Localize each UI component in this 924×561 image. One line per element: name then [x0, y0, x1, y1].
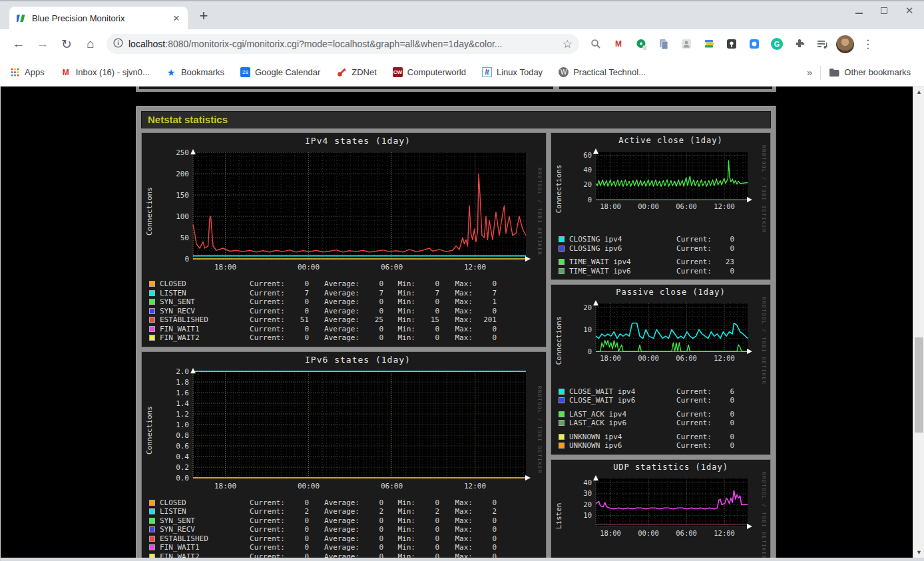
stat-label: Current:	[242, 307, 285, 316]
bookmark-bookmarks[interactable]: ★ Bookmarks	[166, 67, 224, 78]
grammarly-extension-icon[interactable]: G	[768, 35, 786, 53]
maximize-icon[interactable]	[880, 7, 888, 15]
minimize-icon[interactable]	[855, 7, 863, 15]
close-icon[interactable]: ✕	[905, 7, 913, 15]
legend-row: LISTENCurrent:2Average:2Min:2Max:2	[149, 507, 543, 516]
scroll-down-icon[interactable]: ▼	[913, 547, 924, 558]
bookmarks-bar: Apps M Inbox (16) - sjvn0... ★ Bookmarks…	[0, 59, 924, 87]
legend-row: FIN_WAIT2Current:0Average:0Min:0Max:0	[149, 552, 543, 558]
stat-value: 0	[359, 552, 383, 558]
svg-text:0.0: 0.0	[176, 473, 189, 482]
stat-label: Max:	[439, 507, 473, 516]
stat-label: Average:	[309, 525, 359, 534]
stat-label: Current:	[669, 258, 712, 267]
svg-text:12:00: 12:00	[714, 354, 735, 362]
stat-value: 7	[359, 289, 383, 298]
svg-text:20: 20	[583, 303, 592, 311]
page-info-icon[interactable]	[113, 38, 123, 51]
bookmark-computerworld[interactable]: CW Computerworld	[393, 67, 466, 77]
bookmark-apps[interactable]: Apps	[9, 67, 45, 78]
voice-extension-icon[interactable]	[632, 35, 650, 53]
reload-icon[interactable]: ↻	[56, 33, 77, 55]
svg-text:0: 0	[588, 196, 592, 204]
chart-active-close[interactable]: Active close (1day)Connections020406018:…	[551, 132, 771, 280]
stat-value: 0	[359, 516, 383, 526]
svg-text:60: 60	[583, 151, 592, 159]
pocket-extension-icon[interactable]	[723, 35, 740, 53]
copy-pages-extension-icon[interactable]	[655, 35, 672, 53]
browser-menu-icon[interactable]: ⋮	[859, 37, 876, 51]
stat-label: Max:	[439, 315, 473, 325]
bookmark-star-icon[interactable]: ☆	[563, 37, 573, 51]
legend-swatch	[149, 544, 155, 550]
browser-tab[interactable]: Blue Precision Monitorix ✕	[9, 7, 188, 29]
svg-text:30: 30	[583, 489, 592, 497]
back-icon[interactable]: ←	[8, 33, 29, 55]
stat-value: 0	[415, 325, 439, 334]
extensions-row: M G	[587, 35, 876, 53]
svg-text:12:00: 12:00	[464, 263, 486, 272]
bookmark-inbox[interactable]: M Inbox (16) - sjvn0...	[61, 67, 150, 78]
legend-label: SYN_SENT	[160, 297, 242, 307]
gmail-extension-icon[interactable]: M	[610, 35, 627, 53]
legend-swatch	[559, 268, 565, 274]
y-axis-label: Listen	[555, 472, 565, 558]
browser-toolbar: ← → ↻ ⌂ localhost:8080/monitorix-cgi/mon…	[0, 29, 924, 59]
stat-value: 0	[712, 267, 734, 276]
stat-label: Max:	[439, 307, 473, 316]
svg-text:18:00: 18:00	[600, 202, 621, 210]
stat-value: 0	[473, 516, 497, 526]
stat-value: 7	[285, 289, 309, 298]
bookmark-zdnet[interactable]: ZDNet	[336, 67, 377, 78]
legend-swatch	[559, 246, 565, 252]
playlist-extension-icon[interactable]	[813, 35, 831, 53]
stat-label: Average:	[309, 315, 359, 325]
stat-value: 0	[712, 433, 734, 442]
stat-value: 0	[415, 516, 439, 526]
svg-text:12:00: 12:00	[464, 482, 486, 490]
bookmarks-overflow-icon[interactable]: »	[807, 67, 812, 78]
stat-label: Average:	[309, 498, 359, 508]
tab-close-icon[interactable]: ✕	[170, 12, 182, 24]
url-text[interactable]: localhost:8080/monitorix-cgi/monitorix.c…	[128, 39, 559, 49]
books-extension-icon[interactable]	[700, 35, 718, 53]
stat-value: 1	[473, 297, 497, 307]
legend-row: FIN_WAIT1Current:0Average:0Min:0Max:0	[149, 325, 543, 334]
search-extension-icon[interactable]	[587, 35, 604, 53]
chart-udp-statistics[interactable]: UDP statistics (1day)Listen1020304018:00…	[551, 459, 771, 558]
puzzle-extensions-icon[interactable]	[791, 35, 808, 53]
stat-label: Current:	[669, 441, 712, 451]
profile-avatar[interactable]	[836, 35, 854, 53]
url-path: :8080/monitorix-cgi/monitorix.cgi?mode=l…	[165, 39, 502, 49]
svg-text:06:00: 06:00	[676, 529, 697, 537]
bookmark-linux-today[interactable]: lt Linux Today	[482, 67, 543, 77]
person-extension-icon[interactable]	[678, 35, 695, 53]
legend-row: LISTENCurrent:7Average:7Min:7Max:7	[149, 289, 543, 298]
tab-strip: Blue Precision Monitorix ✕ + ✕	[0, 1, 924, 29]
stat-value: 0	[359, 307, 383, 316]
stat-label: Min:	[383, 333, 415, 343]
bookmark-google-calendar[interactable]: 28 Google Calendar	[240, 67, 320, 77]
bookmark-practical-technology[interactable]: W Practical Technol...	[559, 67, 646, 77]
forward-icon[interactable]: →	[32, 33, 53, 55]
address-bar[interactable]: localhost:8080/monitorix-cgi/monitorix.c…	[107, 34, 579, 54]
chart-ipv6-states[interactable]: IPv6 states (1day)Connections0.00.20.40.…	[141, 351, 547, 558]
scrollbar-thumb[interactable]	[915, 337, 923, 433]
camera-extension-icon[interactable]	[746, 35, 763, 53]
svg-text:250: 250	[176, 148, 189, 157]
svg-text:40: 40	[583, 478, 592, 486]
svg-text:200: 200	[176, 170, 189, 178]
vertical-scrollbar[interactable]: ▲ ▼	[913, 87, 924, 558]
chart-title: UDP statistics (1day)	[555, 463, 767, 472]
stat-value: 0	[359, 297, 383, 307]
home-icon[interactable]: ⌂	[80, 33, 101, 55]
stat-label: Current:	[242, 534, 285, 544]
stat-value: 0	[473, 498, 497, 508]
other-bookmarks-button[interactable]: Other bookmarks	[829, 67, 911, 78]
new-tab-button[interactable]: +	[194, 7, 213, 25]
chart-passive-close[interactable]: Passive close (1day)Connections0102018:0…	[551, 284, 771, 455]
legend-row: SYN_RECVCurrent:0Average:0Min:0Max:0	[149, 525, 543, 534]
scroll-up-icon[interactable]: ▲	[913, 87, 924, 97]
chart-ipv4-states[interactable]: IPv4 states (1day)Connections05010015020…	[141, 132, 547, 347]
svg-text:18:00: 18:00	[600, 354, 621, 362]
